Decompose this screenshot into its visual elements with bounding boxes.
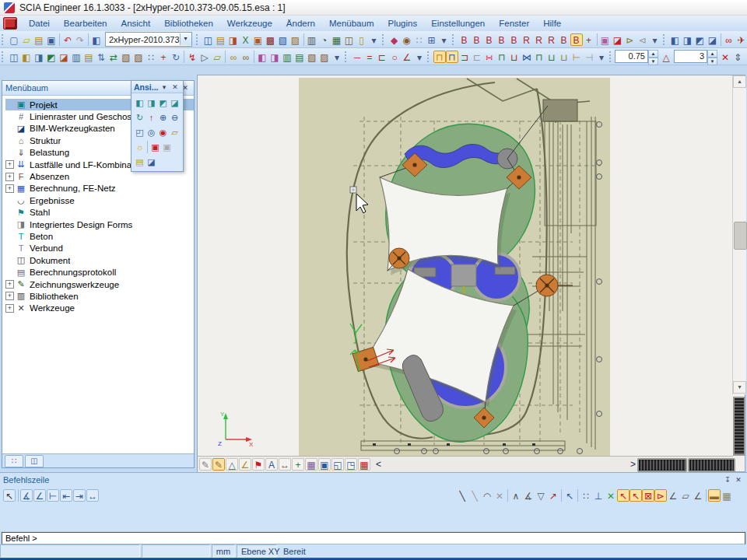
hinge-end-icon[interactable]: ⊔ bbox=[508, 51, 521, 63]
snap-angle-1-icon[interactable]: ∧ bbox=[510, 489, 522, 502]
beam-raise-icon[interactable]: B bbox=[483, 33, 496, 46]
snap-dashed-line-icon[interactable]: ╲ bbox=[468, 489, 481, 502]
command-close-icon[interactable]: ✕ bbox=[733, 476, 744, 484]
toolbar-grip[interactable] bbox=[609, 51, 611, 62]
tree-expander-icon[interactable]: + bbox=[5, 280, 14, 289]
filter-green-1-icon[interactable]: ▥ bbox=[281, 51, 293, 63]
menu-fenster[interactable]: Fenster bbox=[492, 17, 536, 30]
tree-expander-icon[interactable]: + bbox=[5, 292, 14, 300]
view-eye-icon[interactable]: ∞ bbox=[723, 33, 735, 46]
support-hinged-icon[interactable]: ⊓ bbox=[446, 51, 458, 63]
overflow-icon[interactable]: ▾ bbox=[595, 51, 608, 63]
scrollbar-thumb[interactable] bbox=[734, 222, 747, 250]
rect-tool-icon[interactable]: ⊏ bbox=[376, 51, 388, 63]
parallel-tool-icon[interactable]: = bbox=[363, 51, 376, 63]
numbering-icon[interactable]: ⇅ bbox=[95, 51, 107, 63]
section-flag-icon[interactable]: ⚑ bbox=[252, 458, 265, 471]
toolbar-grip[interactable] bbox=[2, 34, 5, 45]
menu-bibliotheken[interactable]: Bibliotheken bbox=[157, 17, 220, 30]
keyboard-entry-icon[interactable]: ▬ bbox=[708, 489, 721, 502]
number-size-icon[interactable]: ⇕ bbox=[731, 51, 744, 63]
menu-datei[interactable]: Datei bbox=[22, 17, 57, 30]
hinge-begin-icon[interactable]: ⊓ bbox=[496, 51, 508, 63]
toolbar-grip[interactable] bbox=[2, 51, 5, 62]
tree-item-ergebnisse[interactable]: ◡Ergebnisse bbox=[5, 194, 194, 206]
new-document-icon[interactable]: ▢ bbox=[8, 33, 20, 46]
camera-snapshot-icon[interactable]: ▣ bbox=[149, 141, 161, 152]
angle-tool-icon[interactable]: ∠ bbox=[401, 51, 413, 63]
tree-item-dokument[interactable]: ◫Dokument bbox=[5, 254, 194, 266]
tab-menu-tree[interactable]: ∷ bbox=[5, 455, 23, 467]
tree-item-werkzeuge[interactable]: +✕Werkzeuge bbox=[5, 303, 194, 314]
calculator-icon[interactable]: ▦ bbox=[331, 33, 343, 46]
tree-expander-icon[interactable]: + bbox=[5, 184, 14, 193]
extend-left-icon[interactable]: ⇤ bbox=[60, 489, 72, 502]
snap-tangent-icon[interactable]: ∠ bbox=[667, 489, 679, 502]
search-library-icon[interactable]: ◉ bbox=[401, 33, 413, 46]
window-tile-icon[interactable]: ◨ bbox=[682, 33, 694, 46]
save-as-icon[interactable]: ▣ bbox=[45, 33, 58, 46]
site-plan-canvas[interactable] bbox=[299, 78, 610, 456]
render-toggle-icon[interactable]: ▧ bbox=[120, 51, 132, 63]
support-sliding-icon[interactable]: ⊐ bbox=[458, 51, 471, 63]
beam-insert-icon[interactable]: B bbox=[458, 33, 471, 46]
window-new-icon[interactable]: ◪ bbox=[707, 33, 719, 46]
show-labels-icon[interactable]: ▥ bbox=[70, 51, 82, 63]
vertical-scrollbar[interactable]: ▴ ▾ bbox=[732, 75, 746, 394]
point-grid-icon[interactable]: ∷ bbox=[413, 33, 426, 46]
beam-recalc-icon[interactable]: B bbox=[471, 33, 483, 46]
view-xz-icon[interactable]: ◨ bbox=[146, 96, 157, 108]
support-custom-icon[interactable]: ⊏ bbox=[471, 51, 483, 63]
snap-ortho-icon[interactable]: ⊥ bbox=[592, 489, 605, 502]
beam-delete-icon[interactable]: R bbox=[545, 33, 558, 46]
zoom-selection-icon[interactable]: ◉ bbox=[157, 126, 169, 138]
tree-item-berechnung-fe-netz[interactable]: +▦Berechnung, FE-Netz bbox=[5, 183, 194, 194]
tree-item-integriertes-design-forms[interactable]: ◨Integriertes Design Forms bbox=[5, 219, 194, 230]
menu-plugins[interactable]: Plugins bbox=[381, 17, 424, 30]
snap-cross-green-icon[interactable]: ✕ bbox=[605, 489, 617, 502]
view-xy-icon[interactable]: ◪ bbox=[169, 96, 181, 108]
print-icon[interactable]: ▥ bbox=[306, 33, 318, 46]
ruler-scale-icon[interactable]: ∠ bbox=[239, 458, 251, 471]
view-direction-icon[interactable]: △ bbox=[226, 458, 238, 471]
menu-werkzeuge[interactable]: Werkzeuge bbox=[220, 17, 279, 30]
window-cascade-icon[interactable]: ◧ bbox=[669, 33, 682, 46]
project-data-icon[interactable]: ◫ bbox=[202, 33, 215, 46]
spring-icon[interactable]: ⊔ bbox=[545, 51, 558, 63]
cross-link-icon[interactable]: ⋈ bbox=[521, 51, 533, 63]
window-copy-icon[interactable]: ◩ bbox=[694, 33, 707, 46]
new-arc-icon[interactable]: ∠ bbox=[33, 489, 46, 502]
fe-mesh-icon[interactable]: ▩ bbox=[265, 33, 277, 46]
filter-cs-1-icon[interactable]: ▧ bbox=[306, 51, 318, 63]
undo-icon[interactable]: ↶ bbox=[61, 33, 74, 46]
fe-mesh-view-icon[interactable]: ▦ bbox=[305, 458, 317, 471]
beam-end-1-icon[interactable]: ⊢ bbox=[570, 51, 583, 63]
clipboard-picture-icon[interactable]: ▤ bbox=[134, 156, 146, 167]
copy-attributes-icon[interactable]: ▣ bbox=[252, 33, 265, 46]
menu-bearbeiten[interactable]: Bearbeiten bbox=[57, 17, 114, 30]
snap-angle-2-icon[interactable]: ∡ bbox=[522, 489, 535, 502]
beam-undo-curve-icon[interactable]: R bbox=[533, 33, 545, 46]
font-cross-icon[interactable]: ✕ bbox=[719, 51, 731, 63]
hinge-both-icon[interactable]: ∺ bbox=[483, 51, 496, 63]
view-box-max-icon[interactable]: ◳ bbox=[345, 458, 357, 471]
view-palette-header[interactable]: Ansi... ▾ ✕ bbox=[132, 81, 183, 93]
show-nodes-icon[interactable]: ◫ bbox=[8, 51, 20, 63]
select-lightning-icon[interactable]: ↯ bbox=[186, 51, 198, 63]
snap-endpoints-icon[interactable]: ↖ bbox=[617, 489, 630, 502]
select-previous-icon[interactable]: ∞ bbox=[227, 51, 240, 63]
menu-einstellungen[interactable]: Einstellungen bbox=[424, 17, 492, 30]
perpendicular-seg-icon[interactable]: ⊢ bbox=[47, 489, 59, 502]
menu-hilfe[interactable]: Hilfe bbox=[536, 17, 568, 30]
open-file-icon[interactable]: ▱ bbox=[20, 33, 33, 46]
light-bulb-icon[interactable]: ☼ bbox=[134, 141, 146, 152]
zoom-wheel-horizontal[interactable] bbox=[688, 458, 735, 472]
scroll-left-icon[interactable]: < bbox=[371, 459, 386, 470]
clipboard-special-icon[interactable]: ◆ bbox=[388, 33, 401, 46]
line-tool-icon[interactable]: ─ bbox=[351, 51, 363, 63]
dot-style-icon[interactable]: ∷ bbox=[145, 51, 157, 63]
select-polygon-icon[interactable]: ▱ bbox=[211, 51, 223, 63]
tree-item-beton[interactable]: TBeton bbox=[5, 230, 194, 242]
move-center-icon[interactable]: + bbox=[583, 33, 595, 46]
beam-end-2-icon[interactable]: ⊣ bbox=[583, 51, 595, 63]
